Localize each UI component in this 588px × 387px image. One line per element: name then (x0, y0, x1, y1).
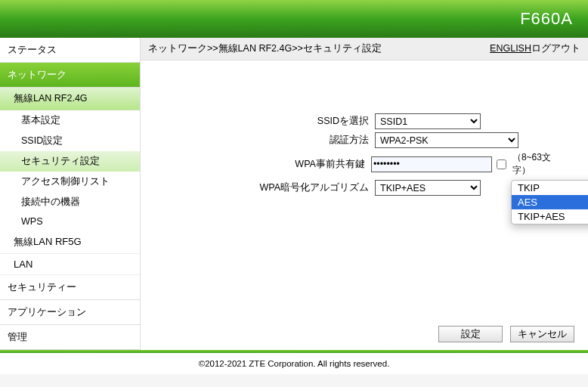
auth-method-select[interactable]: WPA2-PSK (375, 132, 518, 148)
logout-link[interactable]: ログアウト (531, 43, 580, 54)
sidebar-item-status[interactable]: ステータス (0, 38, 140, 63)
sidebar-item-basic[interactable]: 基本設定 (0, 110, 140, 131)
sidebar-item-admin[interactable]: 管理 (0, 325, 140, 350)
sidebar-item-application[interactable]: アプリケーション (0, 300, 140, 325)
model-label: F660A (520, 9, 573, 29)
psk-label: WPA事前共有鍵 (163, 158, 371, 171)
encryption-label: WPA暗号化アルゴリズム (163, 181, 375, 194)
auth-method-label: 認証方法 (163, 134, 375, 147)
encryption-dropdown-open: TKIP AES TKIP+AES (511, 180, 588, 224)
lang-logout[interactable]: ENGLISHログアウト (490, 42, 580, 55)
sidebar-item-network[interactable]: ネットワーク (0, 63, 140, 88)
apply-button[interactable]: 設定 (438, 326, 503, 342)
show-password-checkbox[interactable] (497, 159, 506, 169)
sidebar-item-connected-devices[interactable]: 接続中の機器 (0, 192, 140, 212)
psk-input[interactable] (371, 156, 492, 172)
ssid-select-label: SSIDを選択 (163, 115, 375, 128)
cancel-button[interactable]: キャンセル (510, 326, 574, 342)
sidebar-item-security-settings[interactable]: セキュリティ設定 (0, 151, 140, 172)
sidebar-item-wlan24[interactable]: 無線LAN RF2.4G (0, 88, 140, 110)
sidebar-item-security[interactable]: セキュリティー (0, 275, 140, 300)
breadcrumb: ネットワーク>>無線LAN RF2.4G>>セキュリティ設定 (148, 42, 382, 55)
encryption-select[interactable]: TKIP+AES (375, 180, 481, 196)
english-link[interactable]: ENGLISH (490, 43, 531, 54)
sidebar: ステータス ネットワーク 無線LAN RF2.4G 基本設定 SSID設定 セキ… (0, 38, 141, 350)
sidebar-item-wps[interactable]: WPS (0, 212, 140, 231)
sidebar-item-ssid-settings[interactable]: SSID設定 (0, 131, 140, 151)
ssid-select[interactable]: SSID1 (375, 113, 481, 129)
sidebar-item-acl[interactable]: アクセス制御リスト (0, 172, 140, 192)
header-bar: F660A (0, 0, 588, 38)
encryption-option-aes[interactable]: AES (512, 195, 588, 209)
encryption-option-both[interactable]: TKIP+AES (512, 209, 588, 224)
sidebar-item-wlan5[interactable]: 無線LAN RF5G (0, 231, 140, 254)
form-zone: SSIDを選択 SSID1 認証方法 WPA2-PSK WPA事前共有鍵 (141, 60, 588, 196)
sidebar-item-lan[interactable]: LAN (0, 254, 140, 275)
content-area: ネットワーク>>無線LAN RF2.4G>>セキュリティ設定 ENGLISHログ… (141, 38, 588, 350)
footer-text: ©2012-2021 ZTE Corporation. All rights r… (0, 353, 588, 374)
psk-hint: （8~63文字） (512, 151, 565, 177)
encryption-option-tkip[interactable]: TKIP (512, 181, 588, 195)
